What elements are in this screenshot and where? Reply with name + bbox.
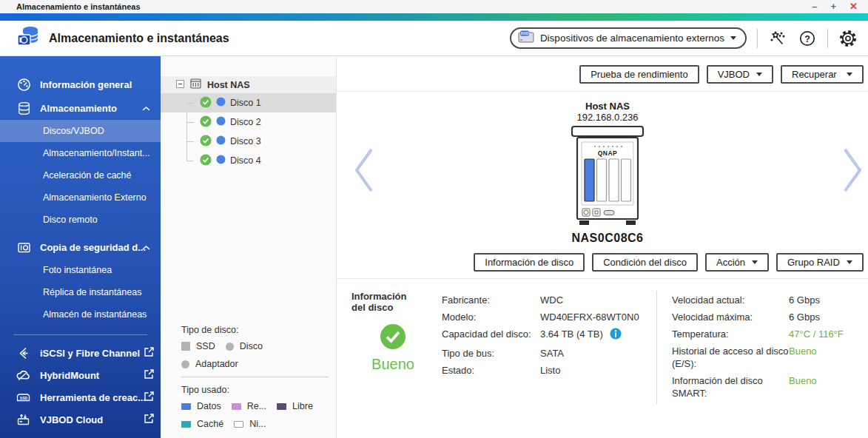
- field-value: Bueno: [789, 374, 817, 400]
- gauge-icon: [16, 77, 31, 92]
- sidebar-item-aceleracion-cache[interactable]: Aceleración de caché: [0, 164, 161, 186]
- field-value: WD40EFRX-68WT0N0: [540, 311, 639, 323]
- info-icon[interactable]: [610, 328, 622, 343]
- sidebar-item-almacenamiento[interactable]: Almacenamiento: [0, 96, 161, 120]
- used-type-legend-title: Tipo usado:: [181, 385, 336, 395]
- field-temperatura: Temperatura: 47°C / 116°F: [672, 328, 868, 340]
- reservado-swatch: [232, 403, 241, 410]
- caret-down-icon: [730, 36, 736, 40]
- close-button[interactable]: ✕: [850, 1, 858, 12]
- nas-enclosure[interactable]: Host NAS 192.168.0.236 QNAP: [571, 92, 645, 245]
- minimize-button[interactable]: –: [812, 1, 817, 12]
- sidebar-item-almacen-instantaneas[interactable]: Almacén de instantáneas: [0, 303, 161, 326]
- legend: Tipo de disco: SSD Disco Adaptador Tipo …: [161, 325, 336, 438]
- datos-swatch: [181, 403, 191, 410]
- main-content: Prueba de rendimiento VJBOD Recuperar Ho…: [337, 56, 868, 438]
- sidebar: Información general Almacenamiento Disco…: [0, 56, 161, 438]
- wizard-wand-icon[interactable]: [768, 29, 787, 48]
- libre-swatch: [277, 403, 286, 410]
- settings-gear-icon[interactable]: [838, 29, 858, 48]
- sidebar-item-label: Almacenamiento/Instant...: [43, 148, 150, 158]
- collapse-minus-icon[interactable]: [176, 80, 184, 90]
- field-label: Tipo de bus:: [442, 347, 540, 360]
- field-value: WDC: [540, 294, 563, 306]
- svg-text:?: ?: [804, 33, 810, 44]
- caret-down-icon: [756, 73, 762, 76]
- accent-gradient-bar: [0, 13, 868, 21]
- sidebar-item-label: Discos/VJBOD: [43, 126, 104, 136]
- disk-health-button[interactable]: Condición del disco: [592, 253, 698, 272]
- sidebar-item-label: HybridMount: [40, 370, 99, 381]
- raid-device-icon: RAID: [518, 30, 534, 46]
- vjbod-cloud-icon: [16, 412, 31, 427]
- field-value: 47°C / 116°F: [789, 328, 844, 340]
- sidebar-item-almacenamiento-externo[interactable]: Almacenamiento Externo: [0, 186, 161, 209]
- chevron-up-icon[interactable]: [142, 242, 150, 253]
- external-storage-devices-label: Dispositivos de almacenamiento externos: [540, 33, 724, 44]
- external-storage-devices-dropdown[interactable]: RAID Dispositivos de almacenamiento exte…: [510, 27, 747, 49]
- svg-text:SSD: SSD: [20, 395, 28, 400]
- ssd-icon: SSD: [16, 390, 31, 405]
- sidebar-item-hybridmount[interactable]: HybridMount: [0, 364, 161, 386]
- field-label: Capacidad del disco:: [442, 328, 540, 343]
- header-separator: [827, 29, 828, 48]
- status-good-icon: [200, 115, 212, 129]
- sidebar-item-foto-instantanea[interactable]: Foto instantánea: [0, 259, 161, 281]
- tree-item-disco-2[interactable]: Disco 2: [161, 112, 336, 132]
- field-velocidad-actual: Velocidad actual: 6 Gbps: [672, 294, 868, 306]
- sidebar-item-iscsi-fibre-channel[interactable]: iSCSI y Fibre Channel: [0, 342, 161, 364]
- sidebar-item-label: Copia de seguridad d...: [40, 242, 146, 253]
- field-label: Información del disco SMART:: [672, 374, 789, 400]
- carousel-next-icon[interactable]: [841, 147, 864, 196]
- carousel-prev-icon[interactable]: [353, 147, 375, 196]
- tree-item-disco-3[interactable]: Disco 3: [161, 132, 336, 151]
- field-velocidad-maxima: Velocidad máxima: 6 Gbps: [672, 311, 868, 323]
- tree-item-label: Disco 2: [230, 117, 261, 127]
- nivel-swatch: [234, 421, 243, 428]
- tree-item-host-nas[interactable]: Host NAS: [161, 76, 336, 93]
- sidebar-item-replica-instantaneas[interactable]: Réplica de instantáneas: [0, 281, 161, 303]
- help-icon[interactable]: ?: [798, 29, 817, 48]
- device-tree-panel: Host NAS Disco 1: [161, 56, 337, 438]
- sidebar-item-copia-seguridad[interactable]: Copia de seguridad d...: [0, 235, 161, 259]
- legend-label: Disco: [240, 341, 263, 351]
- recover-label: Recuperar: [792, 69, 837, 80]
- sidebar-item-herramienta-creacion[interactable]: SSD Herramienta de creac...: [0, 386, 161, 408]
- action-dropdown-button[interactable]: Acción: [705, 253, 769, 272]
- field-historial-acceso: Historial de acceso al disco (E/S): Buen…: [672, 345, 868, 370]
- status-good-icon-large: [351, 323, 434, 353]
- chevron-up-icon[interactable]: [142, 103, 150, 114]
- tree-item-disco-4[interactable]: Disco 4: [161, 151, 336, 170]
- field-value: Bueno: [789, 345, 817, 370]
- cloud-icon: [16, 368, 31, 383]
- tree-item-disco-1[interactable]: Disco 1: [161, 93, 336, 112]
- sidebar-item-almacenamiento-instantaneas[interactable]: Almacenamiento/Instant...: [0, 142, 161, 164]
- app-header: Almacenamiento e instantáneas RAID Dispo…: [0, 21, 868, 56]
- sidebar-item-discos-vjbod[interactable]: Discos/VJBOD: [0, 120, 161, 142]
- disk-dot-icon: [216, 155, 226, 166]
- sidebar-item-informacion-general[interactable]: Información general: [0, 73, 161, 96]
- field-value: Listo: [540, 364, 560, 377]
- raid-group-dropdown-button[interactable]: Grupo RAID: [776, 253, 864, 272]
- external-link-icon: [144, 414, 154, 425]
- ssd-swatch: [181, 342, 190, 351]
- caret-down-icon: [752, 260, 758, 264]
- adaptador-swatch: [181, 360, 189, 368]
- performance-test-button[interactable]: Prueba de rendimiento: [579, 65, 699, 84]
- external-link-icon: [144, 347, 154, 359]
- vjbod-label: VJBOD: [718, 69, 750, 80]
- maximize-button[interactable]: +: [831, 1, 837, 12]
- field-label: Historial de acceso al disco (E/S):: [672, 345, 789, 370]
- legend-label: Libre: [292, 401, 313, 411]
- disk-information-button[interactable]: Información de disco: [474, 253, 585, 272]
- sidebar-item-vjbod-cloud[interactable]: VJBOD Cloud: [0, 408, 161, 431]
- field-label: Fabricante:: [442, 294, 540, 306]
- legend-label: SSD: [196, 341, 215, 351]
- disk-info-title: Información del disco: [351, 291, 422, 313]
- vjbod-dropdown-button[interactable]: VJBOD: [707, 65, 773, 84]
- field-estado: Estado: Listo: [442, 364, 656, 377]
- sidebar-item-disco-remoto[interactable]: Disco remoto: [0, 209, 161, 231]
- recover-dropdown-button[interactable]: Recuperar: [781, 65, 864, 84]
- svg-text:QNAP: QNAP: [598, 149, 618, 157]
- sidebar-item-label: Almacenamiento: [40, 103, 117, 114]
